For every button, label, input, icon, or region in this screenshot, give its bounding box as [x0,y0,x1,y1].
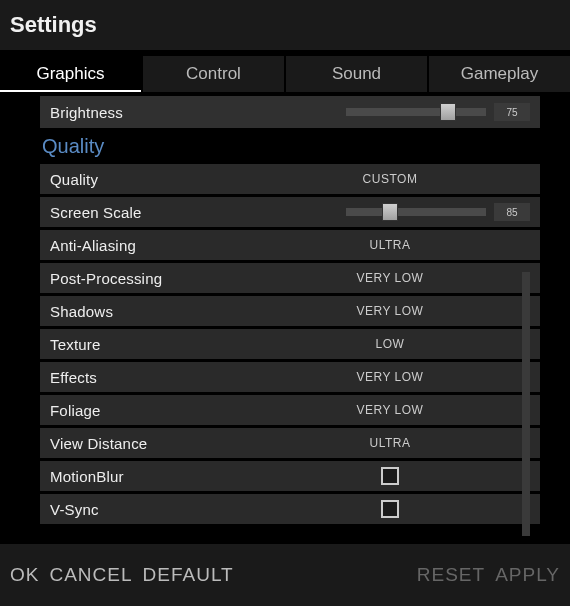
checkbox-motion-blur[interactable] [250,467,530,485]
row-vsync[interactable]: V-Sync [40,494,540,524]
slider-brightness[interactable]: 75 [250,103,530,121]
reset-button[interactable]: RESET [417,564,485,586]
value-shadows: VERY LOW [250,304,530,318]
slider-thumb[interactable] [382,203,398,221]
slider-screen-scale[interactable]: 85 [250,203,530,221]
value-texture: LOW [250,337,530,351]
row-foliage[interactable]: Foliage VERY LOW [40,395,540,425]
row-shadows[interactable]: Shadows VERY LOW [40,296,540,326]
row-screen-scale[interactable]: Screen Scale 85 [40,197,540,227]
value-anti-aliasing: ULTRA [250,238,530,252]
label-shadows: Shadows [50,303,250,320]
checkbox-box[interactable] [381,500,399,518]
row-brightness[interactable]: Brightness 75 [40,96,540,128]
label-anti-aliasing: Anti-Aliasing [50,237,250,254]
footer-right: RESET APPLY [417,564,560,586]
checkbox-box[interactable] [381,467,399,485]
row-texture[interactable]: Texture LOW [40,329,540,359]
apply-button[interactable]: APPLY [495,564,560,586]
cancel-button[interactable]: CANCEL [49,564,132,586]
row-motion-blur[interactable]: MotionBlur [40,461,540,491]
slider-track[interactable] [346,208,486,216]
tab-sound[interactable]: Sound [286,56,427,92]
row-view-distance[interactable]: View Distance ULTRA [40,428,540,458]
checkbox-vsync[interactable] [250,500,530,518]
value-view-distance: ULTRA [250,436,530,450]
label-texture: Texture [50,336,250,353]
label-quality: Quality [50,171,250,188]
slider-thumb[interactable] [440,103,456,121]
row-quality[interactable]: Quality CUSTOM [40,164,540,194]
tab-control[interactable]: Control [143,56,284,92]
label-vsync: V-Sync [50,501,250,518]
default-button[interactable]: DEFAULT [143,564,234,586]
slider-value: 75 [494,103,530,121]
settings-list: Brightness 75 Quality Quality CUSTOM Scr… [40,96,540,527]
value-foliage: VERY LOW [250,403,530,417]
label-view-distance: View Distance [50,435,250,452]
row-effects[interactable]: Effects VERY LOW [40,362,540,392]
tabs: Graphics Control Sound Gameplay [0,50,570,92]
row-anti-aliasing[interactable]: Anti-Aliasing ULTRA [40,230,540,260]
label-effects: Effects [50,369,250,386]
scrollbar[interactable] [522,272,530,536]
value-post-processing: VERY LOW [250,271,530,285]
footer: OK CANCEL DEFAULT RESET APPLY [0,544,570,606]
slider-value: 85 [494,203,530,221]
label-motion-blur: MotionBlur [50,468,250,485]
page-title: Settings [10,12,560,38]
section-quality: Quality [40,131,540,164]
label-brightness: Brightness [50,104,250,121]
footer-left: OK CANCEL DEFAULT [10,564,234,586]
label-screen-scale: Screen Scale [50,204,250,221]
ok-button[interactable]: OK [10,564,39,586]
tab-graphics[interactable]: Graphics [0,56,141,92]
value-quality: CUSTOM [250,172,530,186]
settings-window: Settings Graphics Control Sound Gameplay… [0,0,570,606]
label-post-processing: Post-Processing [50,270,250,287]
titlebar: Settings [0,0,570,50]
tab-gameplay[interactable]: Gameplay [429,56,570,92]
row-post-processing[interactable]: Post-Processing VERY LOW [40,263,540,293]
slider-track[interactable] [346,108,486,116]
label-foliage: Foliage [50,402,250,419]
value-effects: VERY LOW [250,370,530,384]
settings-content: Brightness 75 Quality Quality CUSTOM Scr… [0,92,570,544]
